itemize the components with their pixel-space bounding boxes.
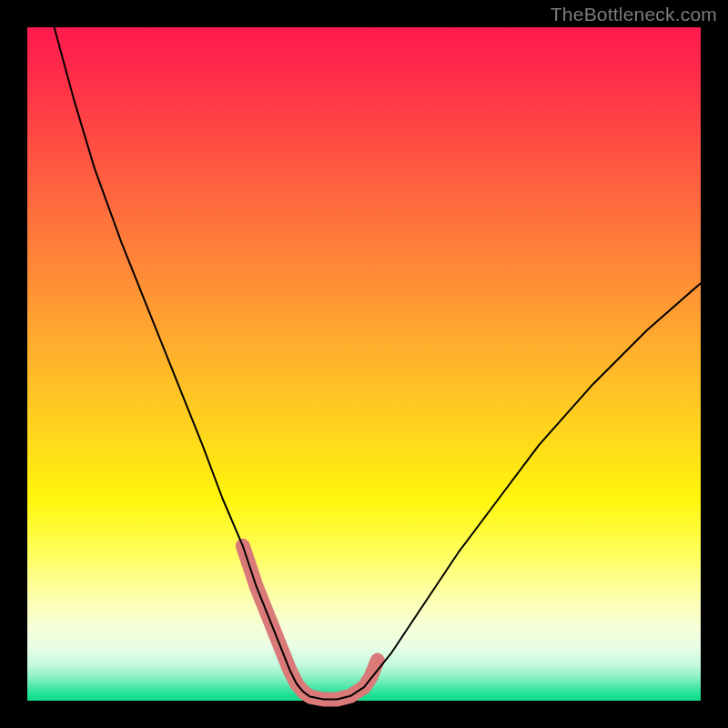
chart-svg: [27, 27, 701, 701]
highlight-band-path: [243, 546, 378, 700]
chart-stage: TheBottleneck.com: [0, 0, 728, 728]
watermark-text: TheBottleneck.com: [551, 4, 717, 25]
bottleneck-curve-path: [55, 27, 701, 700]
plot-area: [27, 27, 701, 701]
